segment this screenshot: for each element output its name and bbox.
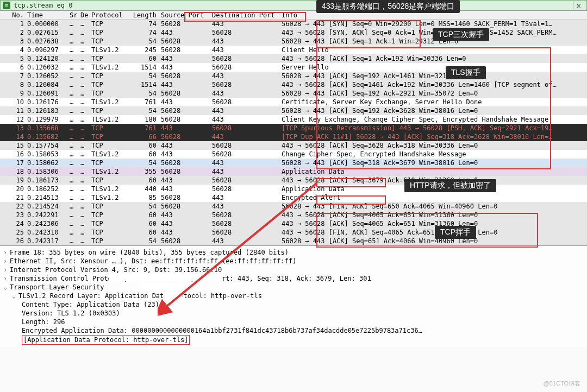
detail-length[interactable]: Length: 296 [3,318,584,326]
cell-info: 443 → 56028 [ACK] Seq=4065 Ack=651 Win=3… [282,219,585,228]
table-row[interactable]: 210.214513……TLSv1.28556028443Encrypted A… [0,193,587,202]
table-row[interactable]: 90.126091……TCP545602844356028 → 443 [ACK… [0,89,587,98]
cell-src: … [70,54,80,63]
expander-icon[interactable]: › [3,248,10,257]
packet-details[interactable]: ›Frame 18: 355 bytes on wire (2840 bits)… [0,245,587,347]
cell-len: 54 [129,237,161,245]
table-row[interactable]: 250.242310……TCP6044356028443 → 56028 [FI… [0,228,587,237]
cell-time: 0.186252 [27,185,70,193]
filter-text[interactable]: tcp.stream eq 0 [14,2,573,9]
detail-tls-record[interactable]: ⌄TLSv1.2 Record Layer: Application Data … [3,292,584,300]
table-row[interactable]: 170.158062……TCP545602844356028 → 443 [AC… [0,159,587,167]
col-time[interactable]: Time [27,11,70,19]
table-row[interactable]: 60.126032……TLSv1.2151444356028Server Hel… [0,63,587,72]
cell-no: 14 [2,132,27,141]
cell-sport: 443 [161,63,212,72]
cell-dport: 443 [212,37,282,46]
cell-time: 0.242291 [27,211,70,219]
cell-proto: TLSv1.2 [91,115,129,124]
col-no[interactable]: No. [2,11,27,19]
cell-src: … [70,63,80,72]
cell-src: … [70,185,80,193]
col-protocol[interactable]: Protocol [91,11,129,19]
cell-dport: 443 [212,202,282,211]
detail-version[interactable]: Version: TLS 1.2 (0x0303) [3,309,584,318]
packet-list[interactable]: 10.000000……TCP745602844356028 → 443 [SYN… [0,20,587,245]
table-row[interactable]: 140.135682……TCP6656028443[TCP Dup ACK 11… [0,132,587,141]
col-src[interactable]: Sr [70,11,80,19]
cell-dport: 56028 [212,63,282,72]
cell-dport: 443 [212,20,282,28]
close-icon[interactable]: ✕ [573,1,584,10]
cell-time: 0.242306 [27,219,70,228]
table-row[interactable]: 110.126183……TCP545602844356028 → 443 [AC… [0,106,587,115]
cell-proto: TCP [91,159,129,167]
table-row[interactable]: 130.135668……TCP76144356028[TCP Spurious … [0,124,587,132]
table-row[interactable]: 120.129979……TLSv1.218056028443Client Key… [0,115,587,124]
expander-icon[interactable]: › [3,274,10,283]
table-row[interactable]: 10.000000……TCP745602844356028 → 443 [SYN… [0,20,587,28]
cell-dport: 443 [212,46,282,54]
table-row[interactable]: 150.157754……TCP6044356028443 → 56028 [AC… [0,141,587,150]
cell-len: 761 [129,98,161,106]
table-row[interactable]: 260.242317……TCP545602844356028 → 443 [AC… [0,237,587,245]
cell-len: 74 [129,28,161,37]
table-row[interactable]: 190.186173……TCP6044356028443 → 56028 [AC… [0,176,587,185]
cell-sport: 56028 [161,193,212,202]
expander-icon[interactable]: › [3,257,10,265]
cell-dst: … [80,132,91,141]
cell-src: … [70,106,80,115]
col-dest-port[interactable]: Destination Port [212,11,282,19]
detail-tls[interactable]: ⌄Transport Layer Security [3,283,584,292]
cell-dst: … [80,63,91,72]
cell-no: 20 [2,185,27,193]
expander-icon[interactable]: ⌄ [3,283,10,292]
table-row[interactable]: 180.158306……TLSv1.235556028443Applicatio… [0,167,587,176]
cell-info: 56028 → 443 [ACK] Seq=651 Ack=4066 Win=4… [282,237,585,245]
cell-src: … [70,167,80,176]
anno-http-enc: HTTP请求，但被加密了 [404,179,496,192]
detail-frame[interactable]: ›Frame 18: 355 bytes on wire (2840 bits)… [3,248,584,257]
cell-info: 56028 → 443 [ACK] Seq=192 Ack=3628 Win=3… [282,106,585,115]
cell-dst: … [80,89,91,98]
table-row[interactable]: 20.027615……TCP7444356028443 → 56028 [SYN… [0,28,587,37]
detail-tcp[interactable]: ›Transmission Control Protocol, Src Port… [3,274,584,283]
cell-dport: 56028 [212,124,282,132]
expander-icon[interactable]: › [3,265,10,274]
cell-time: 0.214524 [27,202,70,211]
cell-src: … [70,132,80,141]
cell-no: 13 [2,124,27,132]
cell-dport: 443 [212,106,282,115]
table-row[interactable]: 240.242306……TCP6044356028443 → 56028 [AC… [0,219,587,228]
filter-icon[interactable]: ≡ [3,2,10,9]
detail-appdata-proto[interactable]: [Application Data Protocol: http-over-tl… [3,335,584,345]
table-row[interactable]: 230.242291……TCP6044356028443 → 56028 [AC… [0,211,587,219]
anno-tcp-fin: TCP挥手 [435,226,476,239]
cell-sport: 56028 [161,72,212,80]
detail-eth[interactable]: ›Ethernet II, Src: Xensour … ), Dst: ee:… [3,257,584,265]
table-row[interactable]: 200.186252……TLSv1.244044356028Applicatio… [0,185,587,193]
col-dst[interactable]: De [80,11,91,19]
table-row[interactable]: 30.027638……TCP545602844356028 → 443 [ACK… [0,37,587,46]
expander-icon[interactable]: ⌄ [12,292,18,300]
detail-content-type[interactable]: Content Type: Application Data (23) [3,300,584,309]
cell-info: [TCP Spurious Retransmission] 443 → 5602… [282,124,585,132]
table-row[interactable]: 70.126052……TCP545602844356028 → 443 [ACK… [0,72,587,80]
table-row[interactable]: 80.126084……TCP151444356028443 → 56028 [A… [0,80,587,89]
table-row[interactable]: 100.126176……TLSv1.276144356028Certificat… [0,98,587,106]
cell-len: 60 [129,150,161,159]
detail-ip[interactable]: ›Internet Protocol Version 4, Src: 9, Ds… [3,265,584,274]
cell-sport: 443 [161,219,212,228]
col-source-port[interactable]: Source Port [161,11,212,19]
mask [163,292,183,299]
table-row[interactable]: 160.158053……TLSv1.26044356028Change Ciph… [0,150,587,159]
cell-dport: 443 [212,72,282,80]
table-row[interactable]: 220.214524……TCP545602844356028 → 443 [FI… [0,202,587,211]
filter-bar[interactable]: ≡ tcp.stream eq 0 ✕ [0,0,587,11]
column-headers: No. Time Sr De Protocol Length Source Po… [0,11,587,20]
col-length[interactable]: Length [129,11,161,19]
detail-encdata[interactable]: Encrypted Application Data: 000000000000… [3,326,584,335]
table-row[interactable]: 50.124120……TCP6044356028443 → 56028 [ACK… [0,54,587,63]
table-row[interactable]: 40.096297……TLSv1.224556028443Client Hell… [0,46,587,54]
cell-proto: TCP [91,54,129,63]
